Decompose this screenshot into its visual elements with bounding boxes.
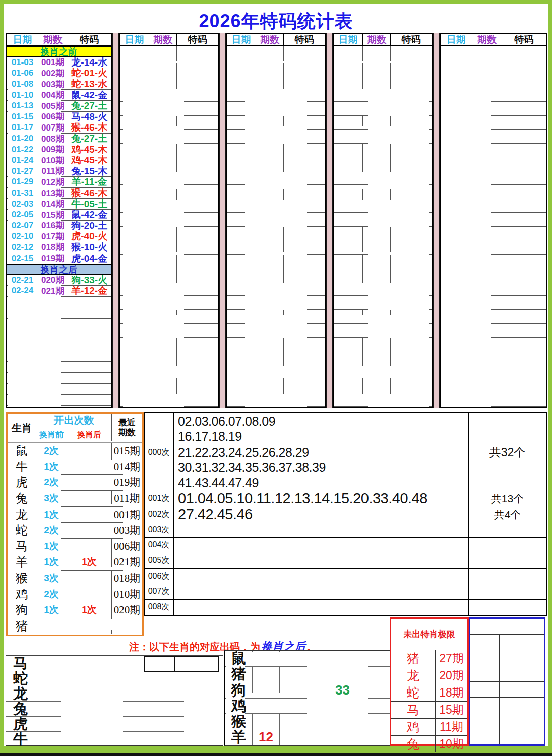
empty-cell [227, 116, 256, 130]
empty-cell [177, 379, 218, 393]
empty-cell [120, 255, 149, 268]
zodiac-list-right: 鼠 猪 狗 33 [224, 650, 390, 746]
zodiac-stats-row: 兔 3次 011期 [8, 491, 142, 507]
empty-row [227, 116, 325, 130]
empty-cell [391, 240, 432, 254]
draw-date-cell: 01-06 [7, 68, 38, 79]
empty-cell [256, 393, 284, 407]
zodiac-list-row: 羊 12 [225, 729, 390, 745]
empty-cell [227, 199, 256, 213]
zodiac-stats-row: 龙 1次 001期 [8, 507, 142, 523]
empty-cell [256, 296, 284, 309]
empty-row [120, 393, 218, 407]
empty-cell [177, 88, 218, 102]
empty-row [470, 635, 544, 650]
empty-row [7, 329, 111, 340]
empty-cell [502, 171, 546, 185]
draw-date-cell: 01-17 [7, 122, 38, 133]
empty-cell [441, 240, 472, 254]
empty-cell [363, 144, 391, 157]
draw-period-cell: 011期 [38, 166, 68, 177]
empty-cell [363, 46, 391, 60]
count-row: 005次 [145, 553, 546, 569]
empty-row [227, 144, 325, 158]
draw-date-cell: 02-21 [7, 275, 38, 285]
empty-cell [472, 88, 503, 102]
value-cell [280, 714, 326, 729]
value-cell [359, 729, 390, 745]
empty-cell [149, 227, 177, 240]
empty-cell [284, 213, 325, 226]
empty-cell [334, 102, 363, 115]
recent-period-header: 最近 期数 [112, 414, 142, 442]
empty-cell [284, 88, 325, 102]
empty-cell [256, 157, 284, 171]
empty-cell [256, 144, 284, 157]
empty-row [120, 282, 218, 296]
empty-cell [502, 255, 546, 268]
value-cell [359, 651, 390, 666]
code-table-group-1: 日期 期数 特码 换肖之前 01-03 001期 龙-14-水 01-06 00… [6, 33, 112, 408]
empty-cell [391, 227, 432, 240]
empty-cell [256, 88, 284, 102]
zodiac-stats-header: 生肖 开出次数 换肖前 换肖后 最近 期数 [8, 414, 142, 443]
value-cell [280, 729, 326, 745]
empty-cell [177, 46, 218, 60]
empty-row [227, 130, 325, 144]
draw-code-cell: 鼠-42-金 [68, 210, 111, 220]
empty-row [227, 185, 325, 199]
empty-cell [284, 60, 325, 74]
empty-cell [256, 282, 284, 296]
empty-cell [120, 171, 149, 185]
draw-date-cell: 02-05 [7, 210, 38, 220]
zodiac-list-left: 马 蛇 龙 [6, 655, 223, 746]
group-separator [326, 33, 333, 408]
counts-header-group: 开出次数 换肖前 换肖后 [36, 414, 112, 442]
empty-row [227, 240, 325, 255]
numbers-list [174, 553, 469, 569]
count-label: 004次 [145, 538, 174, 553]
empty-cell [256, 255, 284, 268]
empty-cell [391, 379, 432, 393]
count-label: 006次 [145, 569, 174, 584]
empty-cell [149, 296, 177, 309]
empty-row [227, 74, 325, 88]
zodiac-stats-row: 鸡 2次 010期 [8, 586, 142, 602]
count-label: 008次 [145, 600, 174, 615]
empty-cell [256, 116, 284, 130]
empty-cell [38, 362, 68, 372]
code-column-header: 特码 [68, 34, 111, 45]
limit-row: 马 15期 [391, 702, 467, 719]
count-after-cell [67, 586, 112, 602]
empty-cell [120, 310, 149, 324]
date-column-header: 日期 [7, 34, 38, 45]
empty-cell [120, 227, 149, 240]
numbers-list [174, 538, 469, 553]
draw-code-cell: 猴-46-木 [68, 122, 111, 133]
empty-cell [391, 171, 432, 185]
empty-cell [441, 351, 472, 365]
draw-code-cell: 马-48-火 [68, 112, 111, 122]
empty-cell [334, 227, 363, 240]
empty-row [441, 213, 546, 227]
value-cell [280, 699, 326, 714]
empty-row [441, 60, 546, 75]
zodiac-cell: 龙 [8, 507, 36, 522]
value-cell [253, 699, 280, 714]
empty-cell [227, 255, 256, 268]
empty-cell [441, 227, 472, 240]
draw-row: 01-15 006期 马-48-火 [7, 112, 111, 123]
count-before-cell [36, 618, 67, 634]
draw-row: 01-08 003期 蛇-13-水 [7, 79, 111, 90]
empty-cell [284, 393, 325, 407]
draw-period-cell: 020期 [38, 275, 68, 285]
empty-cell [284, 379, 325, 393]
empty-row [120, 268, 218, 282]
date-column-header: 日期 [227, 34, 256, 45]
empty-row [7, 362, 111, 373]
group-header-row: 日期 期数 特码 [7, 34, 111, 46]
zodiac-list-row: 狗 33 [225, 682, 390, 699]
empty-cell [334, 393, 363, 407]
empty-cell [35, 717, 67, 731]
empty-cell [149, 393, 177, 407]
